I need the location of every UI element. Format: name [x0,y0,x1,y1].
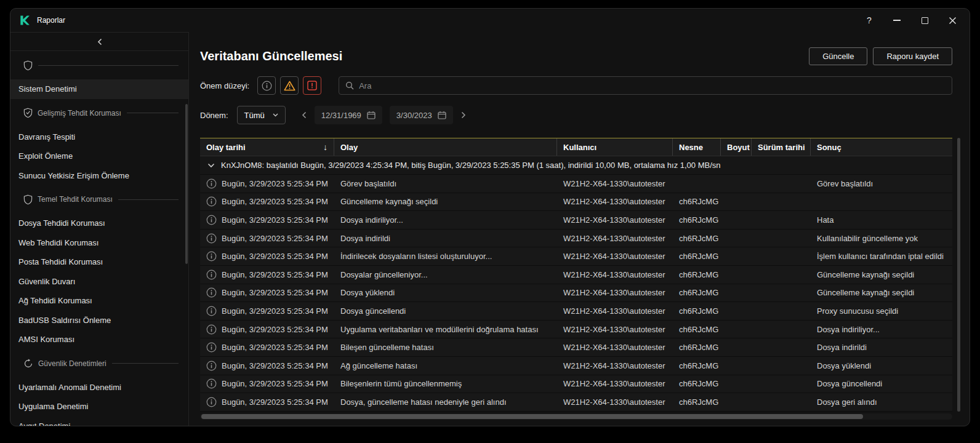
table-row[interactable]: Bugün, 3/29/2023 5:25:34 PMUygulama veri… [200,321,952,339]
sidebar-item-web-tehdidi-korumas[interactable]: Web Tehdidi Koruması [10,233,188,253]
cell-event-text: Dosya indirildi [340,234,390,243]
cell-object-text: ch6RJcMG [679,379,718,388]
table-row[interactable]: Bugün, 3/29/2023 5:25:34 PMBileşen günce… [200,338,952,357]
sidebar-item-sistem-denetimi[interactable]: Sistem Denetimi [10,79,188,99]
sidebar-scrollbar-thumb[interactable] [185,104,188,264]
cell-event-text: Uygulama veritabanları ve modüllerini do… [340,325,539,334]
info-icon [206,233,217,244]
sidebar-item-ayg-t-denetimi[interactable]: Aygıt Denetimi [10,417,188,427]
table-horizontal-scrollbar[interactable] [200,413,952,420]
maximize-button[interactable] [916,12,933,29]
table-row[interactable]: Bugün, 3/29/2023 5:25:34 PMİndirilecek d… [200,247,952,266]
section-divider-line [38,65,179,66]
sidebar-section-header: Gelişmiş Tehdit Koruması [10,99,188,127]
table-row[interactable]: Bugün, 3/29/2023 5:25:34 PMDosya indiril… [200,211,952,229]
sidebar-item-uygulama-denetimi[interactable]: Uygulama Denetimi [10,397,188,417]
cell-event-date-text: Bugün, 3/29/2023 5:25:34 PM [222,306,328,316]
horizontal-scrollbar-thumb[interactable] [201,414,863,419]
sidebar-item-uyarlamal-anomali-denetimi[interactable]: Uyarlamalı Anomali Denetimi [10,378,188,397]
cell-event-date: Bugün, 3/29/2023 5:25:34 PM [200,229,334,247]
cell-user: W21H2-X64-1330\autotester [557,393,673,411]
cell-object-text: ch6RJcMG [679,234,718,243]
maximize-icon [922,17,928,24]
sidebar-section-label: Gelişmiş Tehdit Koruması [38,109,121,118]
save-report-button[interactable]: Raporu kaydet [873,47,952,65]
sidebar-item-g-venlik-duvar[interactable]: Güvenlik Duvarı [10,272,188,292]
table-row[interactable]: Bugün, 3/29/2023 5:25:34 PMGörev başlatı… [200,175,952,193]
cell-result-text: Güncelleme kaynağı seçildi [817,270,914,279]
sidebar-item-badusb-sald-r-s-nleme[interactable]: BadUSB Saldırısı Önleme [10,311,188,330]
column-header-olay[interactable]: Olay [334,138,557,156]
cell-event-date-text: Bugün, 3/29/2023 5:25:34 PM [222,288,328,297]
cell-user: W21H2-X64-1330\autotester [557,247,673,265]
column-header-kullan-c[interactable]: Kullanıcı [557,138,673,156]
titlebar: Raporlar ? [10,9,970,32]
table-row[interactable]: Bugün, 3/29/2023 5:25:34 PMGüncelleme ka… [200,193,952,212]
sidebar-section-header [10,51,188,79]
severity-warning-button[interactable] [280,76,299,95]
help-button[interactable]: ? [861,12,878,29]
column-header-sonu[interactable]: Sonuç [811,138,952,156]
chevron-down-icon[interactable] [207,163,215,168]
sidebar-item-a-tehdidi-korumas[interactable]: Ağ Tehdidi Koruması [10,291,188,311]
severity-info-button[interactable] [257,76,276,95]
date-to-value: 3/30/2023 [396,111,432,120]
column-header-nesne[interactable]: Nesne [673,138,721,156]
sidebar-collapse-button[interactable] [10,32,188,51]
period-dropdown[interactable]: Tümü [237,106,286,124]
cell-size [721,175,752,193]
date-from-field[interactable]: 12/31/1969 [315,106,382,124]
sidebar-item-posta-tehdidi-korumas[interactable]: Posta Tehdidi Koruması [10,252,188,272]
cell-event-date-text: Bugün, 3/29/2023 5:25:34 PM [222,252,328,261]
table-row[interactable]: Bugün, 3/29/2023 5:25:34 PMDosya indiril… [200,229,952,248]
calendar-icon [438,111,446,119]
cell-version-date [752,357,811,375]
cell-result-text: Dosya indiriliyor... [817,325,880,334]
sidebar-item-dosya-tehdidi-korumas[interactable]: Dosya Tehdidi Koruması [10,214,188,233]
sidebar-item-davran-tespiti[interactable]: Davranış Tespiti [10,127,188,147]
cell-version-date [752,375,811,393]
date-to-field[interactable]: 3/30/2023 [390,106,453,124]
table-row[interactable]: Bugün, 3/29/2023 5:25:34 PMBileşenlerin … [200,375,952,394]
sidebar-nav: Sistem DenetimiGelişmiş Tehdit KorumasıD… [10,51,188,426]
info-icon [206,361,217,371]
window-title: Raporlar [37,16,65,25]
cell-version-date [752,193,811,211]
search-input[interactable] [359,81,946,90]
cell-result-text: Güncelleme kaynağı seçildi [817,288,914,297]
table-row[interactable]: Bugün, 3/29/2023 5:25:34 PMDosya yüklend… [200,284,952,303]
task-group-summary: KnXJnOM8: başlatıldı Bugün, 3/29/2023 4:… [221,161,721,170]
column-label: Boyut [727,143,750,152]
next-period-button[interactable] [461,111,466,119]
events-table: Olay tarihi↓OlayKullanıcıNesneBoyutSürüm… [200,138,952,412]
cell-object-text: ch6RJcMG [679,343,718,352]
column-header-boyut[interactable]: Boyut [721,138,752,156]
table-row[interactable]: Bugün, 3/29/2023 5:25:34 PMDosyalar günc… [200,266,952,284]
minimize-button[interactable] [888,12,906,29]
cell-user: W21H2-X64-1330\autotester [557,193,673,211]
table-vertical-scrollbar[interactable] [957,138,960,412]
cell-user-text: W21H2-X64-1330\autotester [563,379,665,388]
cell-event: Güncelleme kaynağı seçildi [334,193,557,211]
task-group-row[interactable]: KnXJnOM8: başlatıldı Bugün, 3/29/2023 4:… [200,156,952,175]
vertical-scrollbar-thumb[interactable] [957,138,960,412]
info-icon [206,342,217,353]
info-icon [206,178,217,189]
cell-object-text: ch6RJcMG [679,361,718,370]
previous-period-button[interactable] [302,111,307,119]
table-row[interactable]: Bugün, 3/29/2023 5:25:34 PMAğ güncelleme… [200,357,952,375]
table-row[interactable]: Bugün, 3/29/2023 5:25:34 PMDosya, güncel… [200,393,952,412]
severity-critical-button[interactable] [303,76,321,95]
column-header-s-r-m-tarihi[interactable]: Sürüm tarihi [752,138,811,156]
cell-event-date-text: Bugün, 3/29/2023 5:25:34 PM [222,234,328,243]
sidebar-item-amsi-korumas[interactable]: AMSI Koruması [10,330,188,349]
sort-descending-icon[interactable]: ↓ [323,142,327,152]
column-header-olay-tarihi[interactable]: Olay tarihi↓ [200,138,334,156]
cell-user: W21H2-X64-1330\autotester [557,229,673,247]
update-button[interactable]: Güncelle [809,47,867,65]
table-row[interactable]: Bugün, 3/29/2023 5:25:34 PMDosya güncell… [200,302,952,321]
sidebar-item-sunucu-yetkisiz-eri-im-nleme[interactable]: Sunucu Yetkisiz Erişim Önleme [10,166,188,186]
close-button[interactable] [944,12,961,29]
cell-object-text: ch6RJcMG [679,252,718,261]
sidebar-item-exploit-nleme[interactable]: Exploit Önleme [10,146,188,166]
